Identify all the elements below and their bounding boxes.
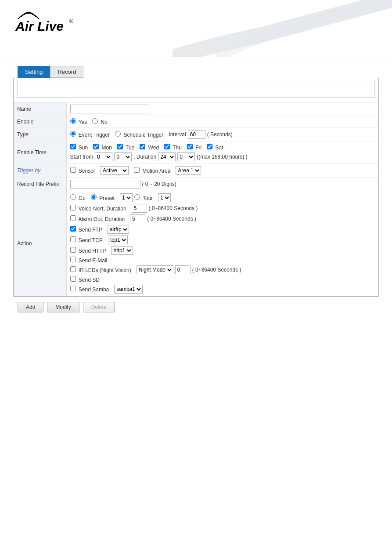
send-ftp-label[interactable]: Send FTP	[70, 226, 102, 233]
checkbox-sat[interactable]	[207, 144, 212, 149]
duration-label: , Duration	[133, 154, 156, 160]
ir-leds-mode-select[interactable]: Night Mode Day Mode	[137, 265, 173, 274]
voice-alert-label[interactable]: Voice Alert, Duration	[70, 205, 126, 212]
voice-alert-input[interactable]	[132, 204, 147, 213]
sensor-checkbox[interactable]	[70, 167, 76, 173]
go-radio[interactable]	[70, 194, 76, 200]
send-email-checkbox[interactable]	[70, 257, 76, 262]
delete-button[interactable]: Delete	[83, 302, 115, 312]
checkbox-fri[interactable]	[187, 144, 193, 149]
header-curves	[173, 0, 392, 57]
name-row: Name	[14, 102, 378, 116]
day-tue[interactable]: Tue	[117, 144, 134, 151]
send-ftp-checkbox[interactable]	[70, 226, 76, 232]
alarm-out-label[interactable]: Alarm Out, Duration	[70, 215, 125, 222]
preset-label[interactable]: Preset	[91, 194, 115, 201]
form-table: Name Enable Yes No	[14, 102, 378, 296]
day-sun[interactable]: Sun	[70, 144, 88, 151]
ir-leds-duration-input[interactable]	[175, 265, 191, 274]
send-sd-checkbox[interactable]	[70, 276, 76, 282]
preset-select[interactable]: 123	[120, 193, 133, 202]
day-sat[interactable]: Sat	[207, 144, 223, 151]
send-http-label[interactable]: Send HTTP	[70, 247, 106, 254]
type-label: Type	[14, 128, 66, 141]
checkbox-tue[interactable]	[117, 144, 123, 149]
send-ftp-select[interactable]: airftp ftp2	[108, 225, 129, 234]
start-minute-select[interactable]: 0153045	[114, 152, 132, 161]
checkbox-sun[interactable]	[70, 144, 76, 149]
send-http-select[interactable]: http1	[111, 246, 133, 255]
voice-alert-checkbox[interactable]	[70, 205, 76, 210]
motion-area-checkbox[interactable]	[134, 167, 140, 173]
alarm-out-checkbox[interactable]	[70, 215, 76, 221]
send-samba-label[interactable]: Send Samba	[70, 286, 109, 293]
ir-leds-checkbox[interactable]	[70, 266, 76, 272]
type-options-cell: Event Trigger Schedule Trigger Interval …	[66, 128, 378, 141]
type-event-label[interactable]: Event Trigger	[70, 131, 110, 138]
header-curve-svg	[173, 0, 392, 57]
motion-area-label[interactable]: Motion Area	[134, 167, 170, 174]
enable-label: Enable	[14, 116, 66, 128]
tour-radio[interactable]	[134, 194, 140, 200]
enable-no-label[interactable]: No	[92, 118, 108, 125]
add-button[interactable]: Add	[18, 302, 43, 312]
type-schedule-label[interactable]: Schedule Trigger	[115, 131, 163, 138]
checkbox-thu[interactable]	[164, 144, 170, 149]
start-from-label: Start from	[70, 154, 94, 160]
day-wed[interactable]: Wed	[140, 144, 159, 151]
record-file-prefix-cell: ( 0 ~ 20 Digits)	[66, 178, 378, 191]
main-content: Setting Record Name Enable	[0, 57, 392, 321]
enable-row: Enable Yes No	[14, 116, 378, 128]
send-samba-select[interactable]: samba1	[114, 285, 143, 294]
voice-alert-suffix: ( 0~86400 Seconds )	[149, 205, 198, 211]
svg-text:®: ®	[69, 18, 73, 25]
go-label[interactable]: Go	[70, 194, 86, 201]
day-mon[interactable]: Mon	[93, 144, 112, 151]
name-display-input[interactable]	[17, 81, 375, 98]
day-thu[interactable]: Thu	[164, 144, 182, 151]
interval-input[interactable]	[188, 130, 205, 139]
tour-label[interactable]: Tour	[134, 194, 153, 201]
action-cell: Go Preset 123 Tour	[66, 191, 378, 296]
interval-label: Interval	[169, 131, 186, 138]
sensor-label[interactable]: Sensor	[70, 167, 95, 174]
tab-record[interactable]: Record	[50, 66, 83, 78]
button-row: Add Modify Delete	[18, 302, 379, 312]
name-input[interactable]	[70, 105, 149, 113]
enable-time-row: Enable Time Sun Mon Tue Wed Thu Fri Sat …	[14, 141, 378, 164]
enable-yes-label[interactable]: Yes	[70, 118, 87, 125]
duration-hour-select[interactable]: 2412	[158, 152, 176, 161]
enable-no-radio[interactable]	[92, 118, 98, 124]
type-row: Type Event Trigger Schedule Trigger Inte…	[14, 128, 378, 141]
action-row: Action Go Preset	[14, 191, 378, 296]
form-container: Name Enable Yes No	[13, 78, 379, 297]
send-sd-label[interactable]: Send SD	[70, 276, 100, 283]
send-tcp-label[interactable]: Send TCP	[70, 236, 103, 243]
checkbox-mon[interactable]	[93, 144, 99, 149]
svg-text:Air Live: Air Live	[15, 19, 64, 33]
send-samba-checkbox[interactable]	[70, 286, 76, 291]
tab-setting[interactable]: Setting	[18, 66, 50, 78]
duration-minute-select[interactable]: 01530	[177, 152, 195, 161]
send-email-label[interactable]: Send E-Mail	[70, 257, 108, 264]
name-input-cell	[66, 102, 378, 116]
digits-label: ( 0 ~ 20 Digits)	[142, 181, 176, 187]
day-fri[interactable]: Fri	[187, 144, 201, 151]
send-tcp-checkbox[interactable]	[70, 236, 76, 242]
checkbox-wed[interactable]	[140, 144, 145, 149]
type-schedule-radio[interactable]	[115, 131, 121, 137]
ir-leds-label[interactable]: IR LEDs (Night Vision)	[70, 266, 131, 273]
modify-button[interactable]: Modify	[47, 302, 79, 312]
preset-radio[interactable]	[91, 194, 97, 200]
send-http-checkbox[interactable]	[70, 247, 76, 253]
record-file-prefix-input[interactable]	[70, 180, 140, 189]
sensor-state-select[interactable]: Active Inactive	[101, 166, 129, 175]
motion-area-select[interactable]: Area 1 Area 2	[176, 166, 201, 175]
enable-yes-radio[interactable]	[70, 118, 76, 124]
tour-select[interactable]: 12	[158, 193, 171, 202]
alarm-out-input[interactable]	[130, 214, 145, 223]
type-event-radio[interactable]	[70, 131, 76, 137]
send-tcp-select[interactable]: tcp1	[108, 236, 128, 244]
action-label: Action	[14, 191, 66, 296]
start-hour-select[interactable]: 012	[95, 152, 112, 161]
